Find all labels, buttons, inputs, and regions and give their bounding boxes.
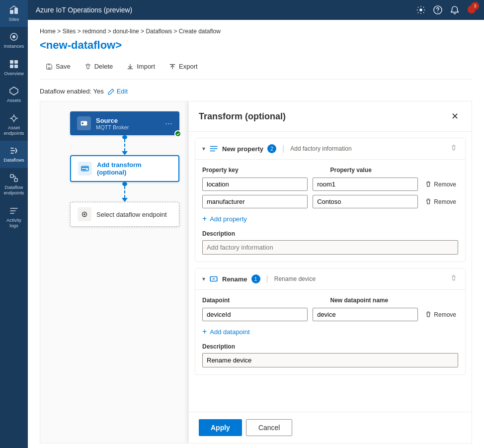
new-property-badge: 2: [267, 144, 276, 153]
activity-logs-icon: [9, 206, 19, 216]
property-value-2[interactable]: [313, 195, 418, 208]
svg-rect-10: [14, 179, 17, 181]
sidebar-item-dataflow-endpoints[interactable]: Dataflow endpoints: [0, 168, 28, 201]
transform-node[interactable]: Add transform (optional): [70, 155, 179, 182]
dataflow-status: Dataflow enabled: Yes Edit: [40, 88, 472, 95]
description-label-1: Description: [202, 230, 458, 237]
source-node[interactable]: Source MQTT Broker ···: [70, 111, 179, 135]
add-datapoint-button[interactable]: + Add datapoint: [202, 325, 250, 338]
save-button[interactable]: Save: [40, 60, 77, 73]
svg-point-12: [437, 12, 438, 12]
settings-icon[interactable]: [416, 5, 425, 14]
svg-point-3: [12, 35, 15, 38]
canvas-area: Source MQTT Broker ···: [40, 101, 472, 444]
datapoint-row: Remove: [202, 308, 458, 321]
instances-icon: [9, 32, 19, 42]
toolbar: Save Delete Import Export: [40, 60, 472, 80]
remove-property-2-button[interactable]: Remove: [423, 196, 458, 207]
connector-2: [122, 182, 128, 202]
edit-button[interactable]: Edit: [108, 88, 128, 95]
add-property-button[interactable]: + Add property: [202, 212, 247, 225]
datapoint-headers: Datapoint New datapoint name: [202, 297, 458, 304]
save-icon: [46, 63, 53, 70]
content-area: Home > Sites > redmond > donut-line > Da…: [28, 20, 484, 448]
trash-icon-3: [450, 274, 457, 281]
new-property-delete-button[interactable]: [449, 143, 458, 154]
sidebar: Sites Instances Overview Assets Asset en…: [0, 0, 28, 448]
edit-icon: [108, 88, 115, 95]
asset-endpoints-icon: [9, 113, 19, 123]
svg-rect-9: [10, 175, 13, 178]
new-property-body: Property key Property value: [195, 160, 465, 262]
svg-point-17: [82, 122, 84, 124]
new-property-section: ▾ New property 2 | Add factory informati…: [195, 138, 466, 262]
page-title: <new-dataflow>: [40, 39, 472, 52]
transform-icon: [78, 162, 92, 176]
description-input-2[interactable]: [202, 353, 458, 367]
help-icon[interactable]: [433, 5, 442, 14]
status-dot: [174, 130, 181, 137]
assets-icon: [9, 86, 19, 96]
dataflow-endpoints-icon: [9, 173, 19, 183]
property-value-1[interactable]: [313, 178, 418, 191]
svg-rect-18: [81, 167, 88, 171]
page-content: Home > Sites > redmond > donut-line > Da…: [28, 20, 484, 448]
panel-close-button[interactable]: ✕: [448, 109, 462, 123]
topbar-icons: 3: [416, 5, 476, 15]
description-label-2: Description: [202, 343, 458, 350]
sidebar-item-assets[interactable]: Assets: [0, 81, 28, 108]
chevron-down-icon-2: ▾: [202, 275, 205, 282]
remove-property-1-button[interactable]: Remove: [423, 179, 458, 190]
import-button[interactable]: Import: [121, 60, 161, 73]
panel-title: Transform (optional): [199, 111, 286, 122]
delete-button[interactable]: Delete: [79, 60, 119, 73]
svg-point-20: [83, 213, 85, 215]
svg-rect-4: [10, 60, 13, 64]
sidebar-item-asset-endpoints[interactable]: Asset endpoints: [0, 108, 28, 141]
panel-header: Transform (optional) ✕: [189, 101, 472, 132]
new-property-section-header[interactable]: ▾ New property 2 | Add factory informati…: [195, 138, 465, 160]
source-icon: [77, 116, 91, 130]
list-icon: [209, 144, 218, 153]
new-datapoint-input[interactable]: [313, 308, 418, 321]
notification-badge[interactable]: 3: [467, 5, 476, 15]
sidebar-item-instances[interactable]: Instances: [0, 27, 28, 54]
svg-point-8: [12, 116, 16, 120]
sites-icon: [9, 5, 19, 15]
transform-panel: Transform (optional) ✕ ▾ New property 2 …: [188, 101, 472, 443]
trash-icon-1: [425, 181, 432, 188]
rename-icon: [209, 274, 218, 283]
import-icon: [127, 63, 134, 70]
export-icon: [169, 63, 176, 70]
dataflows-icon: [9, 146, 19, 156]
trash-icon-4: [425, 311, 432, 318]
sidebar-item-overview[interactable]: Overview: [0, 54, 28, 81]
cancel-button[interactable]: Cancel: [246, 419, 293, 436]
property-key-1[interactable]: [202, 178, 308, 191]
trash-icon-2: [425, 198, 432, 205]
app-title: Azure IoT Operations (preview): [36, 6, 132, 14]
rename-body: Datapoint New datapoint name: [195, 290, 465, 374]
apply-button[interactable]: Apply: [199, 419, 242, 436]
sidebar-item-sites[interactable]: Sites: [0, 0, 28, 27]
rename-section-header[interactable]: ▾ Rename 1 | Rename device: [195, 269, 465, 290]
bell-icon[interactable]: [450, 5, 459, 14]
property-headers: Property key Property value: [202, 167, 458, 174]
datapoint-input[interactable]: [202, 308, 308, 321]
rename-section: ▾ Rename 1 | Rename device: [195, 268, 466, 375]
property-row: Remove: [202, 195, 458, 208]
chevron-down-icon: ▾: [202, 145, 205, 152]
export-button[interactable]: Export: [163, 60, 204, 73]
svg-rect-0: [10, 10, 13, 14]
description-input-1[interactable]: [202, 240, 458, 255]
sidebar-item-dataflows[interactable]: Dataflows: [0, 141, 28, 168]
endpoint-node[interactable]: Select dataflow endpoint: [70, 202, 179, 227]
svg-rect-15: [48, 64, 50, 65]
source-menu[interactable]: ···: [165, 118, 172, 129]
rename-delete-button[interactable]: [449, 273, 458, 284]
sidebar-item-activity-logs[interactable]: Activity logs: [0, 201, 28, 234]
property-key-2[interactable]: [202, 195, 308, 208]
endpoint-icon: [78, 207, 91, 221]
svg-rect-14: [48, 67, 50, 69]
remove-datapoint-button[interactable]: Remove: [423, 309, 458, 320]
